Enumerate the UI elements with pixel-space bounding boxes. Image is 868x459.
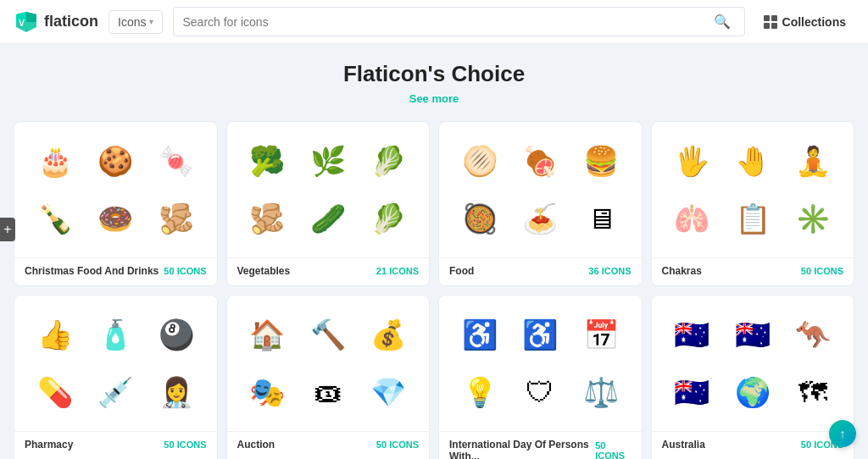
icon-cell: 💰 xyxy=(359,306,420,363)
icon-cell: 🏠 xyxy=(237,306,298,363)
icon-cell: 🥦 xyxy=(237,132,298,190)
card-icons-grid: 👍🧴🎱💊💉👩‍⚕️ xyxy=(14,296,217,431)
card-count: 21 ICONS xyxy=(376,266,419,276)
card-footer: Pharmacy 50 ICONS xyxy=(14,431,217,459)
svg-marker-2 xyxy=(26,12,36,22)
icon-cell: 🌿 xyxy=(298,132,359,190)
collection-card[interactable]: 🏠🔨💰🎭🎟💎 Auction 50 ICONS xyxy=(226,295,431,459)
icon-cell: 🖥 xyxy=(570,190,632,247)
card-count: 50 ICONS xyxy=(164,440,206,450)
icon-cell: 🛡 xyxy=(510,363,571,421)
icon-cell: 🇦🇺 xyxy=(662,306,723,363)
card-name: Auction xyxy=(237,439,275,451)
card-name: International Day Of Persons With... xyxy=(449,439,595,459)
icon-cell: 🗺 xyxy=(783,363,844,421)
scroll-top-button[interactable]: ↑ xyxy=(829,420,856,447)
see-more-link[interactable]: See more xyxy=(409,92,459,105)
card-name: Christmas Food And Drinks xyxy=(25,265,159,277)
icon-cell: 🍖 xyxy=(510,132,571,190)
icon-cell: 🍾 xyxy=(25,190,86,247)
card-name: Food xyxy=(449,265,474,277)
card-grid: 🎂🍪🍬🍾🍩🫚 Christmas Food And Drinks 50 ICON… xyxy=(14,121,854,459)
collections-button[interactable]: Collections xyxy=(755,11,854,33)
collection-card[interactable]: 🥦🌿🥬🫚🥒🥬 Vegetables 21 ICONS xyxy=(226,121,431,286)
logo-icon: V xyxy=(14,9,39,35)
icon-cell: 🫁 xyxy=(662,190,723,247)
icon-cell: 💊 xyxy=(25,363,86,421)
card-footer: Chakras 50 ICONS xyxy=(652,257,854,285)
icon-cell: 🫚 xyxy=(237,190,298,247)
icon-cell: 🧘 xyxy=(783,132,844,190)
icon-cell: ✳️ xyxy=(783,190,844,247)
collection-card[interactable]: 👍🧴🎱💊💉👩‍⚕️ Pharmacy 50 ICONS xyxy=(14,295,218,459)
icon-cell: 🥘 xyxy=(449,190,510,247)
card-icons-grid: 🇦🇺🇦🇺🦘🇦🇺🌍🗺 xyxy=(652,296,854,431)
icon-cell: 👩‍⚕️ xyxy=(146,363,207,421)
logo-text: flaticon xyxy=(44,13,98,30)
icon-cell: 🎂 xyxy=(25,132,86,190)
icon-cell: 🍩 xyxy=(86,190,147,247)
card-footer: Food 36 ICONS xyxy=(439,257,642,285)
icon-cell: ♿ xyxy=(449,306,510,363)
header: V flaticon Icons ▾ 🔍 Collections xyxy=(0,0,868,44)
icon-cell: 🫓 xyxy=(449,132,510,190)
card-footer: Vegetables 21 ICONS xyxy=(227,257,430,285)
icon-cell: 🎭 xyxy=(237,363,298,421)
icon-cell: 🖐 xyxy=(662,132,723,190)
card-footer: Christmas Food And Drinks 50 ICONS xyxy=(14,257,217,285)
card-footer: International Day Of Persons With... 50 … xyxy=(439,431,642,459)
icon-cell: 📅 xyxy=(570,306,632,363)
card-count: 50 ICONS xyxy=(164,266,206,276)
icon-cell: 🍔 xyxy=(570,132,632,190)
card-name: Australia xyxy=(662,439,705,451)
section-title: Flaticon's Choice xyxy=(14,61,854,87)
search-button[interactable]: 🔍 xyxy=(709,12,736,31)
collection-card[interactable]: 🇦🇺🇦🇺🦘🇦🇺🌍🗺 Australia 50 ICONS xyxy=(651,295,855,459)
card-name: Chakras xyxy=(662,265,702,277)
card-icons-grid: ♿♿📅💡🛡⚖️ xyxy=(439,296,642,431)
icon-cell: 🇦🇺 xyxy=(662,363,723,421)
icon-cell: 🥬 xyxy=(359,190,420,247)
icon-cell: 🧴 xyxy=(86,306,147,363)
svg-text:V: V xyxy=(19,17,25,27)
search-input[interactable] xyxy=(182,15,708,29)
icon-cell: 💡 xyxy=(449,363,510,421)
icon-cell: 🎱 xyxy=(146,306,207,363)
see-more-area: See more xyxy=(14,91,854,106)
icon-cell: 🥒 xyxy=(298,190,359,247)
card-count: 50 ICONS xyxy=(801,266,843,276)
main-content: Flaticon's Choice See more 🎂🍪🍬🍾🍩🫚 Christ… xyxy=(0,44,868,459)
card-icons-grid: 🎂🍪🍬🍾🍩🫚 xyxy=(14,122,217,257)
icon-cell: 🦘 xyxy=(783,306,844,363)
icon-cell: 🎟 xyxy=(298,363,359,421)
card-icons-grid: 🏠🔨💰🎭🎟💎 xyxy=(227,296,430,431)
collection-card[interactable]: ♿♿📅💡🛡⚖️ International Day Of Persons Wit… xyxy=(438,295,643,459)
icon-cell: 🍝 xyxy=(510,190,571,247)
card-count: 36 ICONS xyxy=(588,266,631,276)
icon-cell: 👍 xyxy=(25,306,86,363)
collections-label: Collections xyxy=(782,15,846,29)
logo[interactable]: V flaticon xyxy=(14,9,98,35)
chevron-down-icon: ▾ xyxy=(149,17,153,26)
card-icons-grid: 🥦🌿🥬🫚🥒🥬 xyxy=(227,122,430,257)
icon-cell: 🫚 xyxy=(146,190,207,247)
icons-nav-label: Icons xyxy=(118,15,146,29)
icon-cell: 💎 xyxy=(359,363,420,421)
card-count: 50 ICONS xyxy=(376,440,419,450)
collection-card[interactable]: 🫓🍖🍔🥘🍝🖥 Food 36 ICONS xyxy=(438,121,643,286)
collection-card[interactable]: 🖐🤚🧘🫁📋✳️ Chakras 50 ICONS xyxy=(651,121,855,286)
add-button[interactable]: + xyxy=(0,218,15,241)
icons-nav-button[interactable]: Icons ▾ xyxy=(108,10,163,34)
icon-cell: 🥬 xyxy=(359,132,420,190)
icon-cell: ♿ xyxy=(510,306,571,363)
search-bar: 🔍 xyxy=(173,7,744,36)
collection-card[interactable]: 🎂🍪🍬🍾🍩🫚 Christmas Food And Drinks 50 ICON… xyxy=(14,121,218,286)
card-icons-grid: 🖐🤚🧘🫁📋✳️ xyxy=(652,122,854,257)
icon-cell: 🤚 xyxy=(722,132,783,190)
card-footer: Australia 50 ICONS xyxy=(652,431,854,459)
collections-icon xyxy=(764,15,777,29)
icon-cell: 🍪 xyxy=(86,132,147,190)
card-icons-grid: 🫓🍖🍔🥘🍝🖥 xyxy=(439,122,642,257)
icon-cell: 🇦🇺 xyxy=(722,306,783,363)
icon-cell: 🌍 xyxy=(722,363,783,421)
